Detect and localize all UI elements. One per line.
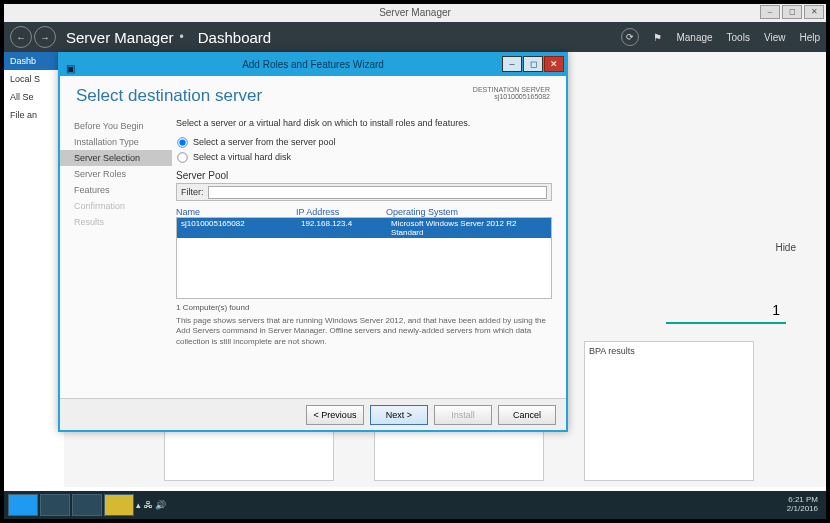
wizard-maximize-button[interactable]: ◻ <box>523 56 543 72</box>
nav-item-file[interactable]: File an <box>4 106 64 124</box>
install-button: Install <box>434 405 492 425</box>
nav-item-dashboard[interactable]: Dashb <box>4 52 64 70</box>
tray-icons[interactable]: ▴ 🖧 🔊 <box>136 500 166 510</box>
col-ip[interactable]: IP Address <box>296 207 386 217</box>
wizard-icon: ▣ <box>66 58 75 80</box>
bpa-panel-3: BPA results <box>584 341 754 481</box>
col-name[interactable]: Name <box>176 207 296 217</box>
page-description: This page shows servers that are running… <box>176 316 552 347</box>
nav-forward-button[interactable]: → <box>34 26 56 48</box>
filter-input[interactable] <box>208 186 548 199</box>
server-row[interactable]: sj1010005165082 192.168.123.4 Microsoft … <box>177 218 551 238</box>
wizard-minimize-button[interactable]: – <box>502 56 522 72</box>
left-nav: Dashb Local S All Se File an <box>4 52 64 124</box>
menu-tools[interactable]: Tools <box>727 32 750 43</box>
task-powershell[interactable] <box>72 494 102 516</box>
cancel-button[interactable]: Cancel <box>498 405 556 425</box>
status-count: 1 <box>666 302 786 324</box>
task-server-manager[interactable] <box>40 494 70 516</box>
nav-back-button[interactable]: ← <box>10 26 32 48</box>
computers-found: 1 Computer(s) found <box>176 303 552 312</box>
wizard-title: Add Roles and Features Wizard <box>242 59 384 70</box>
server-ip: 192.168.123.4 <box>297 218 387 238</box>
breadcrumb-separator: • <box>180 30 184 44</box>
destination-server: sj1010005165082 <box>473 93 550 100</box>
filter-label: Filter: <box>181 187 204 197</box>
window-maximize-button[interactable]: ◻ <box>782 5 802 19</box>
clock[interactable]: 6:21 PM 2/1/2016 <box>787 496 822 514</box>
header-bar: ← → Server Manager • Dashboard ⟳ ⚑ Manag… <box>4 22 826 52</box>
nav-item-local-server[interactable]: Local S <box>4 70 64 88</box>
nav-item-all-servers[interactable]: All Se <box>4 88 64 106</box>
wizard-step-results: Results <box>74 214 172 230</box>
next-button[interactable]: Next > <box>370 405 428 425</box>
server-manager-window: Server Manager – ◻ ✕ ← → Server Manager … <box>4 4 826 519</box>
wizard-step-type[interactable]: Installation Type <box>74 134 172 150</box>
wizard-nav: Before You Begin Installation Type Serve… <box>60 114 172 412</box>
app-title: Server Manager <box>379 7 451 18</box>
wizard-step-features[interactable]: Features <box>74 182 172 198</box>
wizard-step-before[interactable]: Before You Begin <box>74 118 172 134</box>
wizard-step-confirm: Confirmation <box>74 198 172 214</box>
previous-button[interactable]: < Previous <box>306 405 364 425</box>
wizard-instruction: Select a server or a virtual hard disk o… <box>176 118 552 128</box>
server-name: sj1010005165082 <box>177 218 297 238</box>
app-titlebar: Server Manager – ◻ ✕ <box>4 4 826 22</box>
wizard-heading: Select destination server <box>76 86 262 106</box>
menu-manage[interactable]: Manage <box>676 32 712 43</box>
window-minimize-button[interactable]: – <box>760 5 780 19</box>
menu-view[interactable]: View <box>764 32 786 43</box>
wizard-step-roles[interactable]: Server Roles <box>74 166 172 182</box>
start-button[interactable] <box>8 494 38 516</box>
task-explorer[interactable] <box>104 494 134 516</box>
taskbar: ▴ 🖧 🔊 6:21 PM 2/1/2016 <box>4 491 826 519</box>
col-os[interactable]: Operating System <box>386 207 552 217</box>
breadcrumb-app: Server Manager <box>66 29 174 46</box>
flag-icon[interactable]: ⚑ <box>653 32 662 43</box>
wizard-titlebar: ▣ Add Roles and Features Wizard – ◻ ✕ <box>60 54 566 76</box>
add-roles-features-wizard: ▣ Add Roles and Features Wizard – ◻ ✕ Se… <box>58 52 568 432</box>
radio-vhd[interactable]: Select a virtual hard disk <box>176 151 552 164</box>
radio-server-pool[interactable]: Select a server from the server pool <box>176 136 552 149</box>
server-pool-label: Server Pool <box>176 170 552 181</box>
refresh-icon[interactable]: ⟳ <box>621 28 639 46</box>
wizard-step-selection[interactable]: Server Selection <box>60 150 172 166</box>
menu-help[interactable]: Help <box>799 32 820 43</box>
destination-label: DESTINATION SERVER <box>473 86 550 93</box>
window-close-button[interactable]: ✕ <box>804 5 824 19</box>
server-os: Microsoft Windows Server 2012 R2 Standar… <box>387 218 551 238</box>
server-pool-list[interactable]: sj1010005165082 192.168.123.4 Microsoft … <box>176 217 552 299</box>
wizard-close-button[interactable]: ✕ <box>544 56 564 72</box>
hide-link[interactable]: Hide <box>775 242 796 253</box>
breadcrumb-page: Dashboard <box>198 29 271 46</box>
